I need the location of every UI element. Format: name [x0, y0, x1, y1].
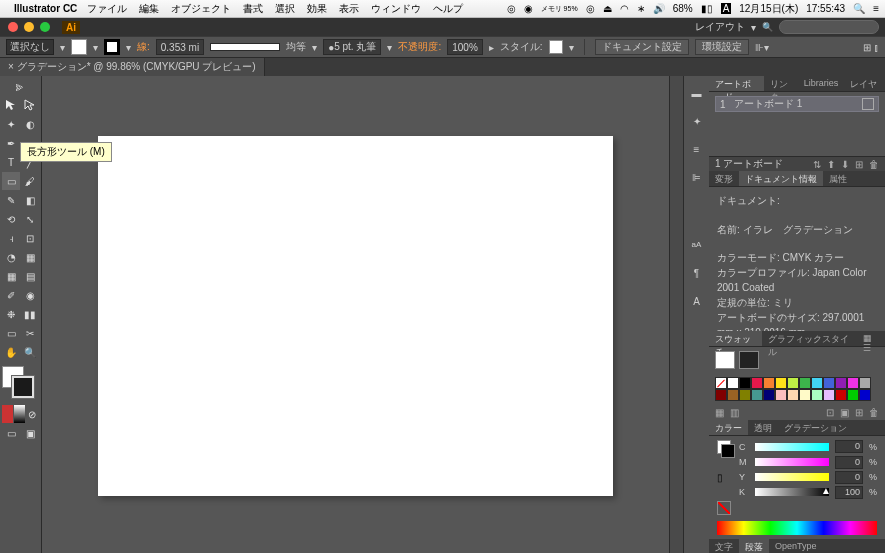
menu-type[interactable]: 書式: [243, 2, 263, 16]
artboard[interactable]: [98, 136, 613, 496]
gradient-mode-icon[interactable]: [14, 405, 25, 423]
search-icon[interactable]: 🔍: [762, 22, 773, 32]
tab-character[interactable]: 文字: [709, 539, 739, 553]
tab-gradient[interactable]: グラデーション: [778, 420, 853, 435]
swatch[interactable]: [847, 377, 859, 389]
magenta-slider[interactable]: [755, 458, 829, 466]
document-setup-button[interactable]: ドキュメント設定: [595, 39, 689, 55]
swatch[interactable]: [799, 377, 811, 389]
rotate-tool[interactable]: ⟲: [2, 210, 20, 228]
cyan-value[interactable]: 0: [835, 440, 863, 453]
blend-tool[interactable]: ◉: [21, 286, 39, 304]
tab-swatches[interactable]: スウォッチ: [709, 331, 762, 346]
document-tab[interactable]: × グラデーション* @ 99.86% (CMYK/GPU プレビュー): [0, 58, 265, 76]
symbols-panel-icon[interactable]: ✦: [688, 112, 706, 130]
magenta-value[interactable]: 0: [835, 456, 863, 469]
dropdown-icon[interactable]: ▾: [93, 42, 98, 53]
tab-attributes[interactable]: 属性: [823, 171, 853, 186]
tab-artboards[interactable]: アートボード: [709, 76, 764, 91]
sw-lib-icon[interactable]: ▥: [730, 407, 739, 418]
stroke-swatch[interactable]: [104, 39, 120, 55]
search-input[interactable]: [779, 20, 879, 34]
selection-tool[interactable]: [2, 96, 20, 114]
sw-new-icon[interactable]: ⊞: [855, 407, 863, 418]
opacity-input[interactable]: 100%: [447, 39, 483, 55]
shaper-tool[interactable]: ✎: [2, 191, 20, 209]
none-swatch[interactable]: [717, 501, 731, 515]
menu-effect[interactable]: 効果: [307, 2, 327, 16]
shape-builder-tool[interactable]: ◔: [2, 248, 20, 266]
none-mode-icon[interactable]: ⊘: [26, 405, 37, 423]
black-slider[interactable]: ▲: [755, 488, 829, 496]
fill-stroke-control[interactable]: [2, 366, 38, 402]
dropdown-icon[interactable]: ▾: [60, 42, 65, 53]
swatch[interactable]: [859, 389, 871, 401]
swatch[interactable]: [751, 389, 763, 401]
sw-options-icon[interactable]: ⊡: [826, 407, 834, 418]
screen-mode-normal[interactable]: ▭: [2, 424, 20, 442]
rectangle-tool[interactable]: ▭: [2, 172, 20, 190]
battery-icon[interactable]: ▮▯: [701, 3, 713, 14]
stroke-panel-icon[interactable]: ≡: [688, 140, 706, 158]
black-value[interactable]: 100: [835, 486, 863, 499]
color-spectrum[interactable]: [717, 521, 877, 535]
swatch[interactable]: [811, 389, 823, 401]
eyedropper-tool[interactable]: ✐: [2, 286, 20, 304]
free-transform-tool[interactable]: ⊡: [21, 229, 39, 247]
yellow-value[interactable]: 0: [835, 471, 863, 484]
workspace-label[interactable]: レイアウト: [695, 20, 745, 34]
width-tool[interactable]: ⫞: [2, 229, 20, 247]
rearrange-icon[interactable]: ⇅: [813, 159, 821, 170]
new-artboard-icon[interactable]: ⊞: [855, 159, 863, 170]
swatch[interactable]: [739, 389, 751, 401]
swatch[interactable]: [739, 377, 751, 389]
minimize-button[interactable]: [24, 22, 34, 32]
dropdown-icon[interactable]: ▸: [489, 42, 494, 53]
swatch[interactable]: [775, 389, 787, 401]
panel-toggle-icon[interactable]: ⊞ ⫿: [863, 42, 879, 53]
direct-selection-tool[interactable]: [21, 96, 39, 114]
paintbrush-tool[interactable]: 🖌: [21, 172, 39, 190]
tab-paragraph[interactable]: 段落: [739, 539, 769, 553]
paragraph-panel-icon[interactable]: ¶: [688, 264, 706, 282]
swatch[interactable]: [847, 389, 859, 401]
swatch[interactable]: [751, 377, 763, 389]
status-icon[interactable]: ◎: [586, 3, 595, 14]
screen-mode-full[interactable]: ▣: [21, 424, 39, 442]
bluetooth-icon[interactable]: ∗: [637, 3, 645, 14]
character-panel-icon[interactable]: aA: [688, 236, 706, 254]
hand-tool[interactable]: ✋: [2, 343, 20, 361]
swatch[interactable]: [727, 377, 739, 389]
graph-tool[interactable]: ▮▮: [21, 305, 39, 323]
stroke-color[interactable]: [12, 376, 34, 398]
view-grid-icon[interactable]: ▦ ☰: [857, 331, 885, 346]
yellow-slider[interactable]: [755, 473, 829, 481]
sw-new-group-icon[interactable]: ▣: [840, 407, 849, 418]
cyan-slider[interactable]: [755, 443, 829, 451]
swatch-none[interactable]: [715, 377, 727, 389]
close-button[interactable]: [8, 22, 18, 32]
tab-document-info[interactable]: ドキュメント情報: [739, 171, 823, 186]
menu-edit[interactable]: 編集: [139, 2, 159, 16]
preferences-button[interactable]: 環境設定: [695, 39, 749, 55]
gradient-tool[interactable]: ▤: [21, 267, 39, 285]
move-down-icon[interactable]: ⬇: [841, 159, 849, 170]
close-icon[interactable]: ×: [8, 61, 14, 72]
dropdown-icon[interactable]: ▾: [312, 42, 317, 53]
glyph-panel-icon[interactable]: A: [688, 292, 706, 310]
magic-wand-tool[interactable]: ✦: [2, 115, 20, 133]
scale-tool[interactable]: ⤡: [21, 210, 39, 228]
swatch[interactable]: [727, 389, 739, 401]
eraser-tool[interactable]: ◧: [21, 191, 39, 209]
pen-tool[interactable]: ✒: [2, 134, 20, 152]
swatch[interactable]: [787, 389, 799, 401]
swatch[interactable]: [763, 377, 775, 389]
swatch[interactable]: [859, 377, 871, 389]
perspective-tool[interactable]: ▦: [21, 248, 39, 266]
scrollbar-vertical[interactable]: [669, 76, 683, 553]
sw-menu-icon[interactable]: ▦: [715, 407, 724, 418]
artboard-options-icon[interactable]: [862, 98, 874, 110]
swatch[interactable]: [799, 389, 811, 401]
tab-links[interactable]: リンク: [764, 76, 798, 91]
dropdown-icon[interactable]: ▾: [751, 22, 756, 33]
